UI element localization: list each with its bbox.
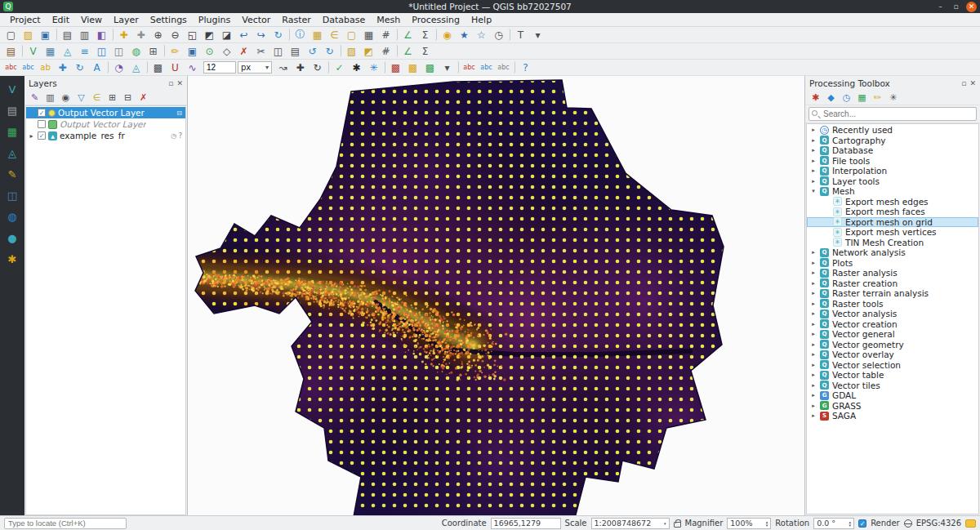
- database-dock-icon[interactable]: ◫: [3, 186, 21, 204]
- minimize-button[interactable]: –: [935, 2, 946, 12]
- panel-close-icon[interactable]: ✕: [969, 79, 976, 87]
- toolbox-item[interactable]: ▸ GDAL: [807, 390, 978, 401]
- layer-labeling-icon[interactable]: abc: [2, 60, 20, 75]
- paste-features-icon[interactable]: ▤: [287, 43, 304, 59]
- save-layer-edits-icon[interactable]: ▣: [184, 43, 201, 59]
- toolbox-item[interactable]: TIN Mesh Creation: [807, 238, 978, 248]
- annotation-dropdown-icon[interactable]: ▾: [529, 27, 546, 42]
- tree-expander-icon[interactable]: ▸: [810, 310, 817, 317]
- toolbox-item[interactable]: Export mesh on grid: [807, 217, 978, 228]
- open-project-icon[interactable]: ▨: [20, 27, 37, 42]
- menu-processing[interactable]: Processing: [407, 14, 465, 26]
- models-icon[interactable]: ◆: [823, 91, 839, 105]
- toolbox-item[interactable]: Export mesh edges: [807, 197, 978, 207]
- add-mesh-layer-icon[interactable]: ◬: [59, 43, 76, 59]
- toolbar-icon[interactable]: |: [510, 61, 515, 73]
- magnifier-spinbox[interactable]: 100% ▴▾: [727, 518, 771, 529]
- show-bookmarks-icon[interactable]: ☆: [473, 27, 490, 42]
- copy-features-icon[interactable]: ◫: [270, 43, 287, 59]
- add-feature-icon[interactable]: ⊙: [201, 43, 218, 59]
- toolbar-icon[interactable]: |: [392, 29, 398, 41]
- invert-selection-icon[interactable]: ◩: [360, 43, 377, 59]
- toggle-editing-icon[interactable]: ✏: [167, 43, 184, 59]
- menu-edit[interactable]: Edit: [47, 14, 74, 26]
- toolbox-item[interactable]: ▸ Vector table: [807, 370, 978, 381]
- layer-item[interactable]: Output Vector Layer: [26, 118, 185, 130]
- tree-expander-icon[interactable]: ▸: [810, 331, 817, 337]
- panel-float-icon[interactable]: ▫: [961, 79, 966, 87]
- tree-expander-icon[interactable]: ▸: [810, 280, 817, 287]
- menu-help[interactable]: Help: [466, 14, 497, 26]
- toolbox-item[interactable]: ▸ Raster terrain analysis: [807, 288, 978, 299]
- layers-dock-icon[interactable]: ▦: [3, 122, 21, 140]
- filter-by-expression-icon[interactable]: ∈: [89, 91, 105, 105]
- toolbox-item[interactable]: ▸ Vector general: [807, 329, 978, 340]
- toolbar-icon[interactable]: |: [431, 29, 437, 41]
- toolbar-icon[interactable]: |: [51, 29, 57, 41]
- toolbar-icon[interactable]: |: [142, 61, 148, 73]
- new-text-annotation-icon[interactable]: T: [512, 27, 529, 42]
- label-toolbar-red-icon[interactable]: abc: [461, 60, 478, 75]
- close-button[interactable]: ✕: [966, 2, 977, 12]
- panel-close-icon[interactable]: ✕: [176, 79, 183, 87]
- raster-checker-red-icon[interactable]: ▩: [387, 60, 404, 75]
- add-raster-layer-icon[interactable]: ▦: [42, 43, 59, 59]
- layer-badge-icon[interactable]: ◷ ?: [171, 132, 184, 140]
- menu-vector[interactable]: Vector: [237, 14, 275, 26]
- locate-input[interactable]: [4, 518, 127, 529]
- toolbox-item[interactable]: ▸ Raster tools: [807, 299, 978, 310]
- add-delimited-text-icon[interactable]: ≡: [76, 43, 93, 59]
- filter-legend-icon[interactable]: ▽: [74, 91, 89, 105]
- tree-expander-icon[interactable]: ▸: [810, 127, 817, 133]
- tree-expander-icon[interactable]: ▸: [810, 321, 817, 327]
- new-print-layout-icon[interactable]: ▤: [59, 27, 76, 42]
- label-single-icon[interactable]: abc: [20, 60, 37, 75]
- menu-raster[interactable]: Raster: [277, 14, 315, 26]
- toolbar-icon[interactable]: |: [284, 29, 290, 41]
- move-label-icon[interactable]: ✚: [54, 60, 71, 75]
- tree-expander-icon[interactable]: ▸: [810, 362, 817, 368]
- data-source-manager-dock-icon[interactable]: V: [3, 80, 21, 98]
- toolbox-item[interactable]: ▸ Network analysis: [807, 247, 978, 258]
- zoom-to-selection-icon[interactable]: ◩: [201, 27, 218, 42]
- open-attribute-table-icon[interactable]: ▦: [360, 27, 377, 42]
- processing-dock-icon[interactable]: ✱: [3, 250, 21, 268]
- vertex-tool-icon[interactable]: ◇: [218, 43, 235, 59]
- expand-all-icon[interactable]: ⊞: [105, 91, 120, 105]
- lock-scale-icon[interactable]: [674, 522, 681, 528]
- menu-settings[interactable]: Settings: [145, 14, 192, 26]
- add-vector-layer-icon[interactable]: V: [24, 43, 42, 59]
- style-dock-icon[interactable]: ✎: [3, 165, 21, 183]
- browser-dock-icon[interactable]: ▤: [3, 101, 21, 119]
- spin-arrows-icon[interactable]: ▴▾: [849, 520, 852, 527]
- select-by-expression-icon[interactable]: ∈: [326, 27, 343, 42]
- toolbox-item[interactable]: ▾ Mesh: [807, 186, 978, 197]
- add-postgis-layer-icon[interactable]: ◫: [93, 43, 110, 59]
- layer-checkbox[interactable]: [38, 109, 46, 117]
- deselect-features-icon[interactable]: ▢: [343, 27, 360, 42]
- tree-expander-icon[interactable]: ▸: [810, 147, 817, 154]
- toolbar-icon[interactable]: |: [108, 29, 114, 41]
- raster-checker-green-icon[interactable]: ▩: [421, 60, 439, 75]
- tree-expander-icon[interactable]: ▾: [810, 188, 817, 194]
- select-by-rectangle-icon[interactable]: ▧: [343, 43, 360, 59]
- menu-layer[interactable]: Layer: [109, 14, 144, 26]
- toolbox-item[interactable]: ▸ Raster analysis: [807, 268, 978, 278]
- remove-layer-icon[interactable]: ✗: [136, 91, 151, 105]
- messages-icon[interactable]: [965, 519, 976, 528]
- tree-expander-icon[interactable]: ▸: [810, 269, 817, 276]
- tree-expander-icon[interactable]: ▸: [810, 158, 817, 164]
- zoom-in-icon[interactable]: ⊕: [149, 27, 167, 42]
- measure-area-icon[interactable]: ∠: [399, 43, 416, 59]
- web-dock-icon[interactable]: ◍: [3, 207, 21, 225]
- tree-expander-icon[interactable]: ▸: [810, 301, 817, 307]
- manage-map-themes-icon[interactable]: ◉: [58, 91, 74, 105]
- options-icon[interactable]: ✳: [885, 91, 901, 105]
- rotate-label-icon[interactable]: ↻: [71, 60, 88, 75]
- layer-checkbox[interactable]: [38, 131, 46, 140]
- add-spatialite-layer-icon[interactable]: ◫: [110, 43, 127, 59]
- add-wms-layer-icon[interactable]: ◍: [127, 43, 145, 59]
- toolbox-item[interactable]: ▸ Interpolation: [807, 166, 978, 176]
- tree-expander-icon[interactable]: ▸: [810, 392, 817, 399]
- move-feature-icon[interactable]: ✚: [292, 60, 309, 75]
